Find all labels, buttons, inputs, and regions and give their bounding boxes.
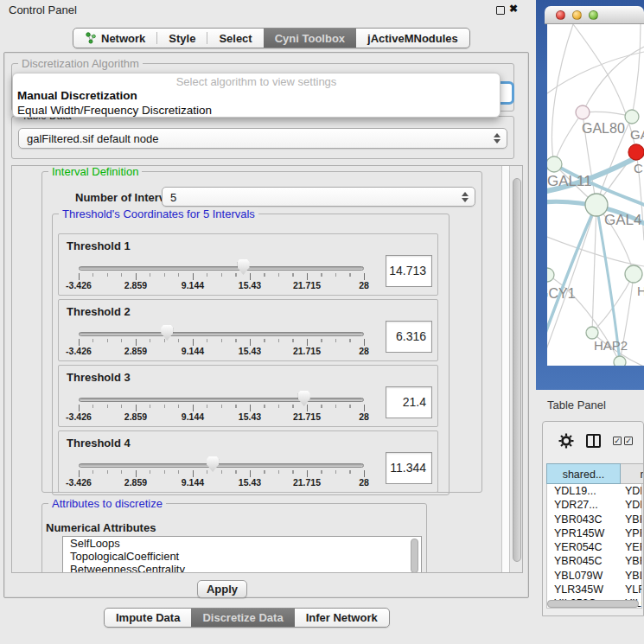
tab-label: Discretize Data: [202, 611, 283, 624]
network-window-titlebar[interactable]: [545, 6, 644, 24]
tab-label: Infer Network: [306, 611, 378, 624]
attribute-item[interactable]: TopologicalCoefficient: [63, 550, 421, 563]
network-node[interactable]: [614, 356, 626, 366]
column-header-shared-name[interactable]: shared...: [546, 463, 621, 484]
checkbox-icon[interactable]: ✓: [624, 437, 633, 445]
tick-label: 28: [359, 280, 369, 290]
network-node[interactable]: [576, 105, 590, 119]
slider-track[interactable]: [79, 266, 364, 271]
inner-scrollbar-track[interactable]: [501, 166, 510, 573]
threshold-panel: Threshold 2 -3.4262.8599.14415.4321.7152…: [58, 299, 438, 361]
table-row[interactable]: YER054CYER0: [547, 540, 641, 554]
table-row[interactable]: YPR145WYPR1: [547, 526, 641, 540]
horizontal-scrollbar[interactable]: [547, 600, 639, 608]
minimize-traffic-light-icon[interactable]: [572, 10, 582, 20]
cell-name: YPR1: [625, 527, 642, 539]
node-label: C: [634, 161, 643, 175]
control-panel-titlebar: Control Panel ✖: [0, 0, 536, 21]
table-data-combobox[interactable]: galFiltered.sif default node: [18, 128, 507, 149]
threshold-panel: Threshold 1 -3.4262.8599.14415.4321.7152…: [58, 233, 438, 296]
cell-name: YDL1: [625, 485, 642, 497]
numerical-attributes-list[interactable]: SelfLoopsTopologicalCoefficientBetweenne…: [62, 536, 422, 573]
network-node[interactable]: [625, 110, 639, 124]
tab-label: jActiveMNodules: [367, 32, 458, 45]
network-node[interactable]: [586, 327, 598, 339]
combobox-value: 5: [170, 190, 176, 203]
number-of-intervals-combobox[interactable]: 5: [162, 187, 475, 207]
slider-track[interactable]: [79, 398, 364, 402]
network-node[interactable]: [547, 156, 562, 172]
tab-network[interactable]: Network: [73, 29, 156, 48]
cyni-toolbox-panel: Discretization Algorithm Select algorith…: [3, 52, 529, 598]
dropdown-item-manual-discretization[interactable]: Manual Discretization: [17, 89, 137, 102]
slider-ticks: [79, 339, 365, 346]
table-row[interactable]: YBR043CYBR0: [547, 513, 641, 526]
threshold-value-field[interactable]: 11.344: [386, 452, 432, 484]
outer-scrollbar-thumb[interactable]: [513, 178, 521, 562]
tick-label: 21.715: [293, 477, 321, 488]
tab-cyni-toolbox[interactable]: Cyni Toolbox: [264, 29, 356, 48]
tab-impute-data[interactable]: Impute Data: [105, 609, 191, 627]
table-row[interactable]: YLR345WYLR3: [547, 583, 641, 596]
close-traffic-light-icon[interactable]: [556, 10, 565, 20]
settings-scroll-area: Interval Definition Number of Intervals …: [11, 165, 523, 573]
cell-name: YBR0: [625, 555, 642, 567]
combobox-value: galFiltered.sif default node: [27, 132, 158, 145]
group-title: Attributes to discretize: [48, 497, 166, 510]
checkbox-icon[interactable]: ✓: [613, 437, 622, 445]
close-icon[interactable]: ✖: [509, 3, 518, 15]
attribute-item[interactable]: SelfLoops: [63, 537, 421, 550]
tab-style[interactable]: Style: [157, 29, 207, 48]
column-header-name[interactable]: na: [621, 463, 644, 484]
network-node[interactable]: [547, 268, 554, 282]
slider-tick-labels: -3.4262.8599.14415.4321.71528: [59, 411, 437, 422]
tab-discretize-data[interactable]: Discretize Data: [191, 609, 294, 627]
tab-select[interactable]: Select: [207, 29, 263, 48]
tick-label: -3.426: [66, 477, 92, 488]
cell-name: YDR2: [625, 499, 642, 511]
cell-name: YBL0: [625, 570, 642, 582]
node-label: GA: [630, 127, 644, 142]
table-row[interactable]: YBL079WYBL0: [547, 569, 641, 583]
float-window-icon[interactable]: [496, 6, 505, 15]
combobox-spinner-icon: [461, 192, 469, 202]
network-graph[interactable]: GAL80GACGAL11GAL4GCY1HHAP2: [547, 24, 644, 366]
tab-infer-network[interactable]: Infer Network: [295, 609, 389, 627]
threshold-value-field[interactable]: 21.4: [386, 386, 432, 418]
gear-icon[interactable]: [558, 433, 574, 449]
tick-label: 28: [359, 477, 369, 488]
tick-label: 2.859: [124, 280, 147, 290]
table-row[interactable]: YDR27...YDR2: [547, 498, 641, 512]
threshold-value-field[interactable]: 6.316: [386, 321, 432, 353]
node-label: H: [637, 284, 644, 298]
tick-label: 21.715: [293, 280, 321, 290]
tick-label: 15.43: [239, 346, 261, 356]
tab-label: Network: [101, 32, 145, 45]
combobox-spinner-icon: [493, 133, 501, 143]
split-columns-icon[interactable]: [586, 434, 601, 448]
network-node[interactable]: [628, 144, 644, 160]
attribute-item[interactable]: BetweennessCentrality: [63, 563, 421, 573]
list-scrollbar[interactable]: [411, 539, 418, 573]
zoom-traffic-light-icon[interactable]: [589, 10, 598, 20]
slider-track[interactable]: [79, 463, 364, 468]
tick-label: 21.715: [293, 411, 321, 422]
slider-tick-labels: -3.4262.8599.14415.4321.71528: [59, 346, 437, 356]
numerical-attributes-label: Numerical Attributes: [46, 521, 156, 534]
network-node[interactable]: [625, 265, 642, 283]
tick-label: -3.426: [66, 346, 92, 356]
table-row[interactable]: YDL19...YDL1: [547, 484, 641, 498]
threshold-label: Threshold 1: [67, 239, 131, 252]
table-row[interactable]: YBR045CYBR0: [547, 554, 641, 568]
apply-button[interactable]: Apply: [197, 580, 247, 598]
network-view-canvas[interactable]: GAL80GACGAL11GAL4GCY1HHAP2: [547, 24, 644, 366]
tab-jactivemnodules[interactable]: jActiveMNodules: [356, 29, 469, 48]
slider-track[interactable]: [79, 332, 364, 336]
tick-label: 9.144: [182, 477, 204, 488]
cell-shared-name: YBR043C: [554, 513, 603, 526]
cell-shared-name: YDR27...: [554, 499, 598, 511]
cell-shared-name: YBL079W: [554, 570, 603, 582]
dropdown-item-equal-width-frequency[interactable]: Equal Width/Frequency Discretization: [17, 104, 212, 117]
threshold-value-field[interactable]: 14.713: [386, 255, 432, 287]
threshold-panel: Threshold 3 -3.4262.8599.14415.4321.7152…: [58, 365, 438, 427]
